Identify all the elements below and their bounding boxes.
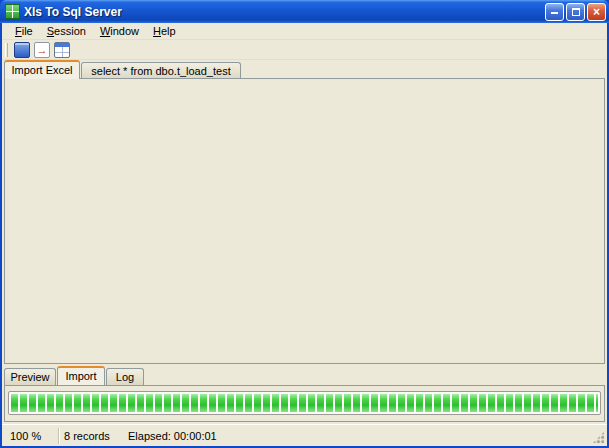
progress-bar bbox=[8, 391, 601, 415]
tab-import-excel[interactable]: Import Excel bbox=[4, 60, 80, 79]
tab-label: Import Excel bbox=[11, 64, 72, 76]
progress-fill bbox=[11, 394, 598, 412]
status-bar: 100 % 8 records Elapsed: 00:00:01 bbox=[2, 424, 607, 446]
import-excel-page bbox=[4, 78, 605, 364]
menu-session[interactable]: Session bbox=[40, 24, 93, 38]
menu-help[interactable]: Help bbox=[146, 24, 183, 38]
resize-grip[interactable] bbox=[592, 431, 605, 444]
run-icon[interactable]: → bbox=[34, 42, 50, 58]
tab-label: Import bbox=[65, 370, 96, 382]
tab-select-query[interactable]: select * from dbo.t_load_test bbox=[81, 62, 241, 79]
status-records: 8 records bbox=[64, 430, 120, 442]
tab-log[interactable]: Log bbox=[106, 368, 144, 385]
database-icon[interactable] bbox=[14, 42, 30, 58]
tab-preview[interactable]: Preview bbox=[4, 368, 56, 385]
minimize-button[interactable] bbox=[545, 3, 564, 21]
menubar: File Session Window Help bbox=[2, 23, 607, 40]
tab-label: Log bbox=[116, 371, 134, 383]
app-window: Xls To Sql Server × File Session Window … bbox=[0, 0, 609, 448]
close-button[interactable]: × bbox=[587, 3, 606, 21]
table-grid-icon[interactable] bbox=[54, 42, 70, 58]
toolbar: → bbox=[2, 40, 607, 60]
menu-window[interactable]: Window bbox=[93, 24, 146, 38]
menu-file[interactable]: File bbox=[8, 24, 40, 38]
maximize-button[interactable] bbox=[566, 3, 585, 21]
status-elapsed: Elapsed: 00:00:01 bbox=[128, 430, 217, 442]
toolbar-grip[interactable] bbox=[5, 43, 8, 57]
window-title: Xls To Sql Server bbox=[24, 5, 122, 19]
status-percent: 100 % bbox=[10, 430, 54, 442]
status-divider bbox=[58, 428, 60, 444]
minimize-icon bbox=[551, 12, 558, 14]
app-icon bbox=[5, 4, 20, 19]
tab-label: select * from dbo.t_load_test bbox=[91, 65, 230, 77]
maximize-icon bbox=[572, 8, 580, 16]
tab-label: Preview bbox=[10, 371, 49, 383]
tab-import[interactable]: Import bbox=[57, 366, 105, 385]
titlebar[interactable]: Xls To Sql Server × bbox=[0, 0, 609, 23]
